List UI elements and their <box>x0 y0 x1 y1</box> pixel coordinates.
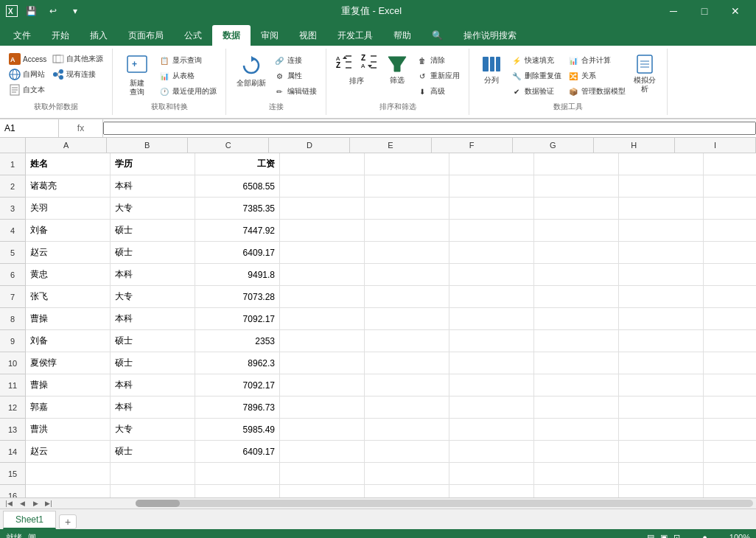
cell-i10[interactable] <box>704 352 756 374</box>
cell-f15[interactable] <box>449 463 534 484</box>
cell-g8[interactable] <box>534 308 619 329</box>
cell-d5[interactable] <box>280 242 365 263</box>
cell-i2[interactable] <box>704 175 756 197</box>
cell-c15[interactable] <box>195 463 280 484</box>
cell-h13[interactable] <box>619 419 704 440</box>
cell-f10[interactable] <box>449 352 534 374</box>
cell-i15[interactable] <box>704 463 756 484</box>
cell-g3[interactable] <box>534 198 619 219</box>
cell-g2[interactable] <box>534 175 619 197</box>
cell-h8[interactable] <box>619 308 704 329</box>
cell-e8[interactable] <box>365 308 449 329</box>
cell-d10[interactable] <box>280 352 365 374</box>
cell-c11[interactable]: 7092.17 <box>195 374 280 396</box>
cell-i14[interactable] <box>704 441 756 462</box>
cell-e2[interactable] <box>365 175 449 197</box>
cell-h2[interactable] <box>619 175 704 197</box>
cell-g7[interactable] <box>534 286 619 307</box>
col-header-d[interactable]: D <box>269 138 350 153</box>
cell-c6[interactable]: 9491.8 <box>195 264 280 285</box>
sheet-tab-sheet1[interactable]: Sheet1 <box>3 511 56 529</box>
table-row[interactable]: 曹洪大专5985.49 <box>26 419 756 441</box>
formula-input[interactable] <box>103 122 756 135</box>
cell-d2[interactable] <box>280 175 365 197</box>
cell-g15[interactable] <box>534 463 619 484</box>
cell-a2[interactable]: 诸葛亮 <box>26 175 111 197</box>
horizontal-scrollbar-track[interactable] <box>136 500 753 507</box>
table-row[interactable] <box>26 463 756 485</box>
cell-b16[interactable] <box>111 485 195 497</box>
horizontal-scrollbar-thumb[interactable] <box>136 500 180 507</box>
filter-button[interactable]: 筛选 <box>381 52 413 87</box>
cell-b1[interactable]: 学历 <box>111 153 195 175</box>
cell-h6[interactable] <box>619 264 704 285</box>
cell-e13[interactable] <box>365 419 449 440</box>
new-query-button[interactable]: + 新建查询 <box>119 52 155 99</box>
cell-d6[interactable] <box>280 264 365 285</box>
cell-e4[interactable] <box>365 220 449 241</box>
scroll-right-button[interactable]: ▶ <box>29 499 41 508</box>
cell-h3[interactable] <box>619 198 704 219</box>
cell-a6[interactable]: 黄忠 <box>26 264 111 285</box>
cell-i13[interactable] <box>704 419 756 440</box>
cell-b4[interactable]: 硕士 <box>111 220 195 241</box>
cell-b5[interactable]: 硕士 <box>111 242 195 263</box>
cell-i16[interactable] <box>704 485 756 497</box>
cell-i3[interactable] <box>704 198 756 219</box>
cell-c2[interactable]: 6508.55 <box>195 175 280 197</box>
existing-connections-button[interactable]: 现有连接 <box>49 67 106 82</box>
cell-d1[interactable] <box>280 153 365 175</box>
cell-b6[interactable]: 本科 <box>111 264 195 285</box>
advanced-button[interactable]: ⬇ 高级 <box>413 84 463 99</box>
cell-i6[interactable] <box>704 264 756 285</box>
cell-a4[interactable]: 刘备 <box>26 220 111 241</box>
undo-button[interactable]: ↩ <box>44 2 62 20</box>
cell-f2[interactable] <box>449 175 534 197</box>
cell-a10[interactable]: 夏侯惇 <box>26 352 111 374</box>
cell-a1[interactable]: 姓名 <box>26 153 111 175</box>
from-table-button[interactable]: 📊 从表格 <box>155 69 220 83</box>
cell-b13[interactable]: 大专 <box>111 419 195 440</box>
cell-g5[interactable] <box>534 242 619 263</box>
table-row[interactable]: 郭嘉本科7896.73 <box>26 396 756 419</box>
cell-b14[interactable]: 硕士 <box>111 441 195 462</box>
cell-d8[interactable] <box>280 308 365 329</box>
cell-c14[interactable]: 6409.17 <box>195 441 280 462</box>
cell-g6[interactable] <box>534 264 619 285</box>
cell-f1[interactable] <box>449 153 534 175</box>
cell-e7[interactable] <box>365 286 449 307</box>
cell-h10[interactable] <box>619 352 704 374</box>
cell-e3[interactable] <box>365 198 449 219</box>
tab-help[interactable]: 帮助 <box>383 25 421 46</box>
col-header-c[interactable]: C <box>188 138 269 153</box>
other-sources-button[interactable]: 自其他来源 <box>49 52 106 66</box>
scroll-left-button[interactable]: ◀ <box>16 499 28 508</box>
table-row[interactable]: 黄忠本科9491.8 <box>26 264 756 286</box>
status-view-normal[interactable]: ▤ <box>647 533 654 539</box>
edit-links-button[interactable]: ✏ 编辑链接 <box>270 84 320 99</box>
cell-i11[interactable] <box>704 374 756 396</box>
cell-g14[interactable] <box>534 441 619 462</box>
properties-button[interactable]: ⚙ 属性 <box>270 69 320 83</box>
cell-f12[interactable] <box>449 396 534 418</box>
tab-developer[interactable]: 开发工具 <box>327 25 383 46</box>
table-row[interactable] <box>26 485 756 497</box>
cell-b11[interactable]: 本科 <box>111 374 195 396</box>
cell-d3[interactable] <box>280 198 365 219</box>
cell-h15[interactable] <box>619 463 704 484</box>
cell-h7[interactable] <box>619 286 704 307</box>
tab-home[interactable]: 开始 <box>41 25 80 46</box>
cell-d15[interactable] <box>280 463 365 484</box>
cell-a16[interactable] <box>26 485 111 497</box>
cell-f11[interactable] <box>449 374 534 396</box>
cell-f5[interactable] <box>449 242 534 263</box>
cell-h4[interactable] <box>619 220 704 241</box>
cell-b9[interactable]: 硕士 <box>111 330 195 352</box>
cell-a11[interactable]: 曹操 <box>26 374 111 396</box>
table-row[interactable]: 赵云硕士6409.17 <box>26 441 756 463</box>
cell-e10[interactable] <box>365 352 449 374</box>
show-query-button[interactable]: 📋 显示查询 <box>155 53 220 68</box>
table-row[interactable]: 赵云硕士6409.17 <box>26 242 756 264</box>
table-row[interactable]: 刘备硕士7447.92 <box>26 220 756 242</box>
cell-i9[interactable] <box>704 330 756 352</box>
